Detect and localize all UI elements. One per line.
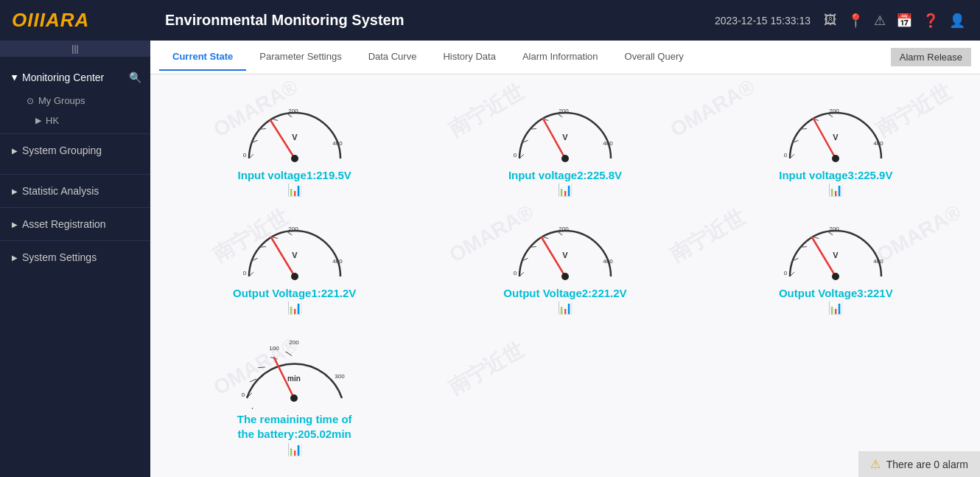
svg-text:0: 0	[242, 270, 246, 276]
bar-chart-icon-7: 📊	[287, 442, 302, 456]
gauge-label-output-voltage-1: Output Voltage1:221.2V	[233, 287, 356, 299]
sidebar-item-my-groups[interactable]: ⊙ My Groups	[15, 91, 150, 111]
statistic-arrow-icon: ▶	[12, 187, 18, 195]
svg-line-73	[542, 237, 565, 276]
bar-chart-icon-6: 📊	[828, 301, 843, 315]
svg-text:400: 400	[332, 140, 343, 147]
svg-point-14	[291, 155, 298, 162]
svg-text:300: 300	[335, 373, 345, 380]
sidebar-item-asset-registration[interactable]: ▶ Asset Registration	[0, 211, 150, 237]
gauge-svg-battery: 0 100 200 300 min	[234, 328, 355, 409]
tab-alarm-information[interactable]: Alarm Information	[509, 43, 612, 71]
svg-text:0: 0	[242, 391, 245, 398]
svg-text:200: 200	[830, 108, 840, 114]
svg-text:400: 400	[332, 258, 343, 265]
svg-text:V: V	[292, 251, 298, 260]
sidebar-item-system-grouping[interactable]: ▶ System Grouping	[0, 137, 150, 164]
topbar-icons: 🖼 📍 ⚠ 📅 ❓ 👤	[824, 13, 965, 29]
svg-line-96	[258, 363, 265, 371]
svg-text:0: 0	[514, 270, 517, 276]
user-icon[interactable]: 👤	[949, 13, 965, 29]
location-icon[interactable]: 📍	[847, 13, 864, 29]
gauge-output-voltage-3: 0 200 400 V Output Voltage3:221V 📊	[707, 204, 965, 316]
svg-text:0: 0	[242, 152, 246, 159]
svg-line-13	[270, 120, 295, 159]
svg-text:V: V	[292, 133, 298, 142]
gauge-label-input-voltage-3: Input voltage3:225.9V	[779, 169, 892, 181]
topbar-right: 2023-12-15 15:33:13 🖼 📍 ⚠ 📅 ❓ 👤	[715, 13, 965, 29]
svg-point-105	[290, 394, 298, 402]
content-area: OMARA® 南宁近世 OMARA® 南宁近世 南宁近世 OMARA® 南宁近世…	[150, 74, 980, 477]
svg-text:200: 200	[559, 226, 569, 232]
svg-point-44	[832, 155, 839, 162]
warning-icon[interactable]: ⚠	[874, 13, 886, 29]
help-icon[interactable]: ❓	[923, 13, 939, 29]
gauge-input-voltage-3: 0 200 400 V Input voltage3:225.9V 📊	[707, 86, 965, 198]
svg-text:V: V	[833, 251, 839, 260]
svg-text:100: 100	[269, 345, 279, 352]
bar-chart-icon-2: 📊	[558, 183, 573, 197]
gauge-svg-input-voltage-3: 0 200 400 V	[777, 92, 895, 166]
datetime-display: 2023-12-15 15:33:13	[715, 15, 811, 27]
system-grouping-arrow-icon: ▶	[12, 147, 18, 155]
svg-text:0: 0	[784, 152, 788, 159]
logo-area: OIIIARA	[0, 0, 150, 41]
alarm-release-button[interactable]: Alarm Release	[891, 48, 971, 66]
gauge-battery-time: 0 100 200 300 min The remaining time of …	[165, 322, 424, 458]
sidebar-item-hk[interactable]: ▶ HK	[15, 111, 150, 130]
sidebar-item-monitoring-center[interactable]: ▶ Monitoring Center 🔍	[0, 64, 150, 91]
gauge-output-voltage-1: 0 200 400 V Output Voltage1:221.2V 📊	[165, 204, 424, 316]
svg-line-88	[812, 237, 836, 276]
alarm-text: There are 0 alarm	[886, 459, 968, 470]
tab-history-data[interactable]: History Data	[430, 43, 509, 71]
image-icon[interactable]: 🖼	[824, 13, 837, 29]
sidebar-collapse-button[interactable]: |||	[0, 41, 150, 57]
svg-text:200: 200	[288, 226, 298, 232]
calendar-icon[interactable]: 📅	[896, 13, 912, 29]
svg-line-58	[271, 237, 295, 276]
svg-text:400: 400	[603, 140, 613, 147]
nav-tabs: Current State Parameter Settings Data Cu…	[150, 41, 980, 74]
svg-text:400: 400	[874, 140, 884, 147]
asset-arrow-icon: ▶	[12, 220, 18, 229]
sidebar-item-system-settings[interactable]: ▶ System Settings	[0, 244, 150, 271]
gauge-svg-input-voltage-2: 0 200 400 V	[506, 92, 624, 166]
gauge-grid: 0 200 400 V Input voltage1:219.5V 📊	[165, 86, 965, 458]
hk-arrow-icon: ▶	[35, 116, 41, 125]
alarm-bar: ⚠ There are 0 alarm	[858, 451, 980, 477]
warning-triangle-icon: ⚠	[870, 457, 881, 471]
svg-text:0: 0	[784, 270, 788, 276]
bar-chart-icon-1: 📊	[287, 183, 302, 197]
svg-point-89	[832, 273, 839, 280]
topbar: Environmental Monitoring System 2023-12-…	[150, 0, 980, 41]
gauge-label-output-voltage-2: Output Voltage2:221.2V	[503, 287, 626, 299]
tab-data-curve[interactable]: Data Curve	[355, 43, 430, 71]
gauge-svg-output-voltage-2: 0 200 400 V	[506, 210, 624, 284]
svg-text:200: 200	[559, 108, 569, 114]
search-icon[interactable]: 🔍	[129, 72, 141, 83]
gauge-input-voltage-2: 0 200 400 V Input voltage2:225.8V 📊	[435, 86, 694, 198]
app-title: Environmental Monitoring System	[165, 12, 404, 29]
svg-line-98	[286, 351, 292, 357]
gauge-label-input-voltage-1: Input voltage1:219.5V	[238, 169, 351, 181]
svg-text:V: V	[562, 133, 568, 142]
sidebar-item-statistic-analysis[interactable]: ▶ Statistic Analysis	[0, 178, 150, 204]
svg-text:0: 0	[514, 152, 517, 159]
svg-text:V: V	[833, 133, 839, 142]
tab-current-state[interactable]: Current State	[159, 43, 246, 71]
logo: OIIIARA	[12, 9, 89, 32]
gauge-label-output-voltage-3: Output Voltage3:221V	[779, 287, 893, 299]
svg-line-93	[248, 408, 255, 409]
gauge-svg-output-voltage-1: 0 200 400 V	[236, 210, 354, 284]
gauge-svg-input-voltage-1: 0 200 400 V	[236, 92, 354, 166]
svg-point-74	[561, 273, 569, 280]
settings-arrow-icon: ▶	[12, 254, 18, 262]
tab-overall-query[interactable]: Overall Query	[612, 43, 697, 71]
svg-text:min: min	[287, 375, 301, 383]
bar-chart-icon-4: 📊	[287, 301, 302, 315]
gauge-input-voltage-1: 0 200 400 V Input voltage1:219.5V 📊	[165, 86, 424, 198]
sidebar: OIIIARA ||| ▶ Monitoring Center 🔍 ⊙ My G…	[0, 0, 150, 477]
gauge-svg-output-voltage-3: 0 200 400 V	[777, 210, 895, 284]
main-content: Environmental Monitoring System 2023-12-…	[150, 0, 980, 477]
tab-parameter-settings[interactable]: Parameter Settings	[246, 43, 354, 71]
